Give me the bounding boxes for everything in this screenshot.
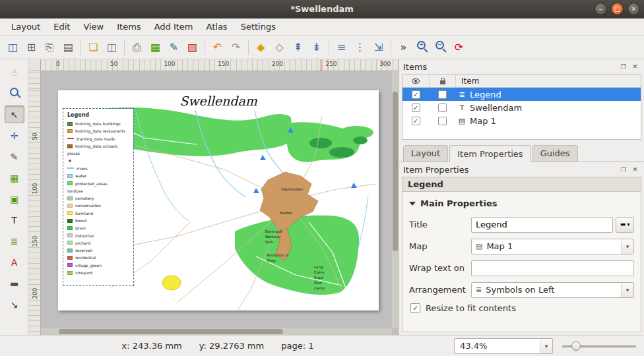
- panel-close-icon[interactable]: ✕: [630, 62, 640, 72]
- export-pdf-button[interactable]: ▨: [183, 38, 201, 56]
- item-row-legend[interactable]: ≣ Legend: [402, 88, 641, 101]
- add-arrow-button[interactable]: ↘: [5, 295, 24, 313]
- visibility-checkbox[interactable]: [412, 104, 420, 112]
- add-map-button[interactable]: ▦: [5, 169, 24, 187]
- toolbar-separator[interactable]: [80, 40, 81, 55]
- minimize-button[interactable]: –: [595, 3, 607, 15]
- legend-title-input[interactable]: [471, 217, 613, 233]
- visibility-checkbox[interactable]: [412, 90, 420, 99]
- open-layout-button[interactable]: ❏: [84, 38, 102, 56]
- right-dock: Items ❐ ✕ Item ≣: [399, 59, 644, 335]
- zoom-out-button[interactable]: −: [432, 38, 449, 56]
- yellow-ellipse-item[interactable]: [162, 276, 181, 290]
- lock-checkbox[interactable]: [438, 117, 447, 125]
- menu-atlas[interactable]: Atlas: [201, 20, 234, 34]
- ruler-tick-label: 150: [29, 238, 40, 290]
- main-properties-section[interactable]: Main Properties: [409, 198, 634, 208]
- legend-swatch-icon: [67, 256, 73, 260]
- toolbar-overflow-button[interactable]: »: [395, 38, 412, 56]
- data-defined-override-button[interactable]: ≡ ▾: [616, 217, 634, 233]
- item-row-map1[interactable]: ▤ Map 1: [402, 114, 641, 127]
- add-north-arrow-button[interactable]: A: [5, 253, 24, 271]
- scrollbar-thumb[interactable]: [59, 329, 283, 334]
- move-item-content-tool-button[interactable]: ✛: [5, 127, 24, 144]
- toolbar-separator[interactable]: [248, 40, 249, 55]
- refresh-view-button[interactable]: ⟳: [450, 38, 468, 56]
- zoom-level-combo[interactable]: 43.4% ▾: [454, 338, 553, 354]
- export-image-button[interactable]: ▦: [146, 38, 164, 56]
- save-project-button[interactable]: ◫: [4, 38, 22, 56]
- menu-items[interactable]: Items: [111, 20, 146, 34]
- item-properties-panel: Item Properties ❐ ✕ Legend Main Properti…: [399, 162, 644, 335]
- legend-entry: training_data buildings: [67, 120, 131, 127]
- toolbar-separator[interactable]: [205, 40, 205, 55]
- edit-nodes-tool-button[interactable]: ✎: [5, 148, 24, 165]
- tab-guides[interactable]: Guides: [532, 145, 578, 162]
- layout-canvas-area[interactable]: 050100150200250300 50100150200: [29, 59, 399, 335]
- menu-view[interactable]: View: [77, 20, 110, 34]
- tab-item-properties[interactable]: Item Properties: [449, 145, 531, 162]
- horizontal-scrollbar[interactable]: [41, 328, 392, 335]
- map-title-label[interactable]: Swellendam: [58, 94, 379, 108]
- pan-tool-button[interactable]: ☝: [5, 63, 24, 81]
- map-combo[interactable]: ▤ Map 1 ▾: [471, 239, 634, 254]
- distribute-items-button[interactable]: ⋮: [351, 38, 369, 56]
- layout-manager-button[interactable]: ▤: [59, 38, 77, 56]
- zoom-in-button[interactable]: +: [413, 38, 431, 56]
- lock-items-button[interactable]: ◆: [252, 38, 270, 56]
- panel-float-icon[interactable]: ❐: [618, 62, 628, 72]
- menu-layout[interactable]: Layout: [5, 20, 46, 34]
- legend-item[interactable]: Legend training_data buildings training_…: [63, 109, 133, 285]
- save-layout-button[interactable]: ◫: [103, 38, 121, 56]
- menu-add-item[interactable]: Add Item: [148, 20, 199, 34]
- align-items-button[interactable]: ≡: [333, 38, 350, 56]
- chevron-down-icon[interactable]: ▾: [540, 339, 552, 353]
- map-label-camp: Rest: [314, 281, 323, 285]
- wrap-text-input[interactable]: [471, 260, 634, 276]
- panel-close-icon[interactable]: ✕: [630, 165, 640, 175]
- lock-checkbox[interactable]: [438, 104, 447, 112]
- resize-items-button[interactable]: ⇲: [370, 38, 387, 56]
- lock-checkbox[interactable]: [438, 90, 447, 99]
- unlock-items-button[interactable]: ◇: [271, 38, 288, 56]
- cursor-x-value: x: 243.36 mm: [122, 341, 182, 351]
- menu-edit[interactable]: Edit: [48, 20, 76, 34]
- select-move-item-tool-button[interactable]: ↖: [5, 105, 24, 123]
- layout-canvas[interactable]: Swellendam Railton Bontebok National Par…: [41, 71, 392, 328]
- chevron-down-icon[interactable]: ▾: [621, 283, 633, 297]
- item-row-swellendam[interactable]: T Swellendam: [402, 101, 641, 114]
- arrangement-combo[interactable]: ≣ Symbols on Left ▾: [471, 282, 634, 298]
- export-svg-button[interactable]: ✎: [165, 38, 183, 56]
- undo-button[interactable]: ↶: [209, 38, 226, 56]
- add-label-button[interactable]: T: [5, 211, 24, 229]
- slider-thumb[interactable]: [571, 341, 581, 351]
- toolbar-separator[interactable]: [124, 40, 125, 55]
- add-legend-button[interactable]: ≣: [5, 232, 24, 250]
- visibility-checkbox[interactable]: [412, 117, 420, 125]
- toolbar-separator[interactable]: [329, 40, 329, 55]
- new-layout-button[interactable]: ⊞: [22, 38, 40, 56]
- zoom-tool-button[interactable]: [5, 84, 24, 102]
- duplicate-layout-button[interactable]: ⎘: [41, 38, 59, 56]
- ruler-horizontal[interactable]: 050100150200250300: [41, 59, 399, 71]
- add-picture-button[interactable]: ▣: [5, 190, 24, 208]
- ruler-vertical[interactable]: 50100150200: [29, 71, 41, 335]
- chevron-down-icon[interactable]: ▾: [621, 239, 633, 254]
- legend-swatch-icon: [67, 263, 73, 267]
- menu-settings[interactable]: Settings: [235, 20, 282, 34]
- zoom-slider[interactable]: [562, 338, 636, 354]
- vertical-scrollbar[interactable]: [392, 71, 399, 328]
- close-button[interactable]: ✕: [628, 3, 640, 15]
- toolbar-separator[interactable]: [391, 40, 391, 55]
- raise-items-button[interactable]: ⇞: [289, 38, 307, 56]
- panel-float-icon[interactable]: ❐: [618, 165, 628, 175]
- resize-to-fit-checkbox[interactable]: [410, 303, 420, 313]
- tab-layout[interactable]: Layout: [403, 145, 448, 162]
- add-scalebar-button[interactable]: ▬: [5, 274, 24, 292]
- redo-button[interactable]: ↷: [227, 38, 245, 56]
- scrollbar-thumb[interactable]: [393, 92, 398, 251]
- print-button[interactable]: ⎙: [128, 38, 146, 56]
- maximize-button[interactable]: ▢: [611, 3, 624, 15]
- legend-entry: cemetery: [67, 194, 131, 202]
- lower-items-button[interactable]: ⇟: [307, 38, 325, 56]
